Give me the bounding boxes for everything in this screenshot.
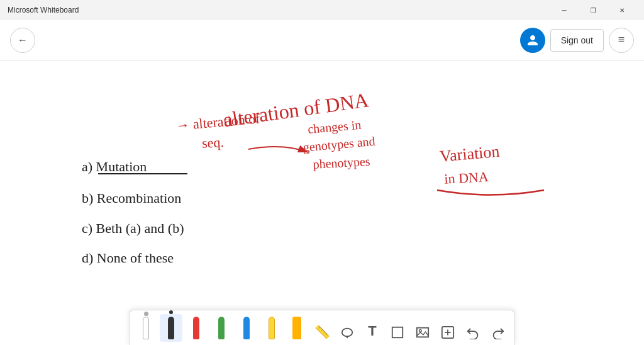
svg-text:seq.: seq. bbox=[201, 134, 224, 151]
svg-rect-16 bbox=[392, 327, 403, 337]
svg-text:→ alteration of: → alteration of bbox=[175, 110, 261, 133]
add-icon bbox=[441, 325, 455, 339]
pen-green-tool[interactable] bbox=[210, 314, 233, 342]
menu-button[interactable]: ≡ bbox=[609, 28, 634, 53]
whiteboard-svg: alteration of DNA → alteration of seq. c… bbox=[0, 60, 644, 345]
text-tool[interactable]: T bbox=[361, 314, 384, 342]
maximize-button[interactable]: ❐ bbox=[579, 0, 608, 20]
svg-text:c) Beth (a) and (b): c) Beth (a) and (b) bbox=[82, 220, 184, 236]
redo-icon bbox=[491, 325, 505, 339]
svg-point-14 bbox=[342, 328, 353, 336]
svg-text:d) None of these: d) None of these bbox=[82, 250, 174, 266]
svg-text:genotypes and: genotypes and bbox=[303, 134, 376, 155]
add-tool[interactable] bbox=[436, 314, 459, 342]
svg-text:Variation: Variation bbox=[439, 142, 500, 166]
svg-text:phenotypes: phenotypes bbox=[313, 154, 370, 172]
back-button[interactable]: ← bbox=[10, 28, 35, 53]
close-button[interactable]: ✕ bbox=[608, 0, 636, 20]
minimize-button[interactable]: ─ bbox=[550, 0, 579, 20]
image-tool[interactable] bbox=[411, 314, 434, 342]
svg-point-18 bbox=[419, 329, 422, 332]
highlighter-tool[interactable] bbox=[286, 314, 308, 342]
svg-text:changes in: changes in bbox=[307, 118, 362, 137]
sign-out-button[interactable]: Sign out bbox=[550, 29, 604, 52]
undo-icon bbox=[466, 325, 480, 339]
redo-button[interactable] bbox=[487, 314, 509, 342]
ruler-tool[interactable]: 📏 bbox=[311, 314, 333, 342]
window-controls: ─ ❐ ✕ bbox=[550, 0, 636, 20]
svg-text:b) Recombination: b) Recombination bbox=[82, 190, 181, 206]
svg-text:in DNA: in DNA bbox=[444, 169, 489, 187]
user-avatar[interactable] bbox=[520, 28, 545, 53]
svg-text:a) Mutation: a) Mutation bbox=[82, 159, 147, 174]
pen-red-tool[interactable] bbox=[185, 314, 208, 342]
bottom-toolbar: 📏 T bbox=[129, 310, 515, 345]
pen-yellow-tool[interactable] bbox=[260, 314, 283, 342]
app: ← Sign out ≡ alteration of DNA → alterat… bbox=[0, 20, 644, 345]
top-bar: ← Sign out ≡ bbox=[0, 20, 644, 60]
undo-button[interactable] bbox=[462, 314, 484, 342]
shape-tool[interactable] bbox=[386, 314, 409, 342]
svg-rect-17 bbox=[417, 327, 428, 337]
pen-white-tool[interactable] bbox=[135, 314, 157, 342]
user-icon bbox=[526, 34, 539, 47]
top-bar-right: Sign out ≡ bbox=[520, 28, 634, 53]
shape-icon bbox=[391, 325, 404, 339]
canvas-area[interactable]: alteration of DNA → alteration of seq. c… bbox=[0, 60, 644, 345]
lasso-tool[interactable] bbox=[336, 314, 358, 342]
pen-blue-tool[interactable] bbox=[235, 314, 258, 342]
lasso-icon bbox=[340, 325, 354, 339]
title-bar: Microsoft Whiteboard ─ ❐ ✕ bbox=[0, 0, 644, 20]
title-bar-title: Microsoft Whiteboard bbox=[8, 6, 550, 14]
image-icon bbox=[416, 325, 430, 339]
pen-black-tool[interactable] bbox=[160, 314, 182, 342]
